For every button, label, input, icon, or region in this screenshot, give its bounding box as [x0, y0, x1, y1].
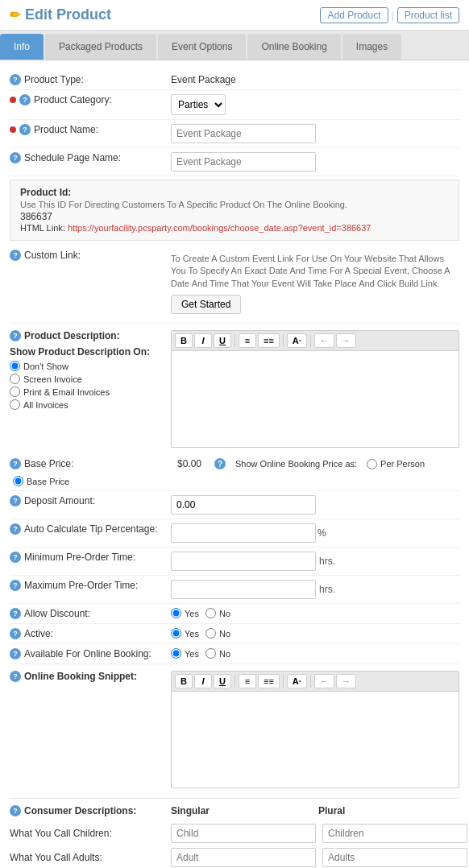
auto-tip-row: ? Auto Calculate Tip Percentage: %	[10, 519, 459, 548]
toolbar-font-color[interactable]: A·	[287, 333, 307, 348]
desc-toolbar: B I U ≡ ≡≡ A· ← →	[171, 330, 459, 351]
snippet-toolbar-undo[interactable]: ←	[314, 674, 334, 688]
toolbar-italic[interactable]: I	[194, 333, 212, 348]
snippet-toolbar-list1[interactable]: ≡	[239, 674, 256, 688]
allow-discount-label: ? Allow Discount:	[10, 608, 171, 619]
adults-plural-input[interactable]	[322, 848, 467, 867]
plural-col-header: Plural	[318, 805, 459, 816]
show-product-desc-label: Show Product Description On:	[10, 346, 171, 358]
schedule-page-name-control	[171, 152, 459, 172]
product-category-control: Parties	[171, 94, 459, 115]
allow-discount-row: ? Allow Discount: Yes No	[10, 604, 459, 624]
toolbar-bold[interactable]: B	[175, 333, 193, 348]
product-type-row: ? Product Type: Event Package	[10, 70, 459, 90]
page-header: ✏ Edit Product Add Product | Product lis…	[0, 0, 469, 31]
help-icon-schedule: ?	[10, 152, 21, 163]
available-no[interactable]: No	[205, 648, 230, 659]
help-icon: ?	[10, 74, 21, 85]
toolbar-list1[interactable]: ≡	[239, 333, 256, 348]
toolbar-redo[interactable]: →	[336, 333, 356, 348]
product-id-block: Product Id: Use This ID For Directing Cu…	[10, 180, 459, 241]
desc-editor-body[interactable]	[171, 351, 459, 448]
deposit-amount-input[interactable]	[171, 495, 316, 515]
allow-discount-yes[interactable]: Yes	[171, 608, 199, 618]
adults-row: What You Call Adults:	[10, 845, 459, 868]
tab-online-booking[interactable]: Online Booking	[247, 34, 340, 60]
toolbar-list2[interactable]: ≡≡	[258, 333, 280, 348]
snippet-toolbar-sep1	[234, 675, 235, 688]
toolbar-sep3	[310, 334, 311, 347]
html-link[interactable]: https://yourfacility.pcsparty.com/bookin…	[68, 223, 371, 233]
radio-base-price[interactable]: Base Price	[13, 476, 69, 486]
tab-packaged-products[interactable]: Packaged Products	[45, 34, 156, 60]
base-price-label: ? Base Price:	[10, 458, 171, 469]
allow-discount-control: Yes No	[171, 608, 459, 618]
product-category-label: ? Product Category:	[10, 94, 171, 105]
deposit-amount-label: ? Deposit Amount:	[10, 495, 171, 506]
required-dot-name	[10, 126, 16, 133]
radio-dont-show[interactable]: Don't Show	[10, 361, 171, 371]
header-links: Add Product | Product list	[320, 7, 459, 23]
custom-link-label: ? Custom Link:	[10, 248, 171, 261]
snippet-editor-body[interactable]	[171, 692, 459, 788]
divider: |	[392, 10, 394, 21]
product-category-select[interactable]: Parties	[171, 94, 226, 115]
children-plural-input[interactable]	[322, 824, 467, 843]
pct-unit: %	[318, 527, 326, 539]
allow-discount-no[interactable]: No	[205, 608, 230, 618]
product-name-input[interactable]	[171, 124, 316, 143]
base-price-row: ? Base Price: $0.00 ? Show Online Bookin…	[10, 454, 459, 491]
radio-per-person[interactable]: Per Person	[367, 459, 425, 469]
tab-info[interactable]: Info	[0, 34, 44, 60]
online-booking-snippet-label-col: ? Online Booking Snippet:	[10, 671, 171, 682]
radio-print-email[interactable]: Print & Email Invoices	[10, 386, 171, 397]
available-yes[interactable]: Yes	[171, 648, 199, 659]
available-online-row: ? Available For Online Booking: Yes No	[10, 644, 459, 664]
schedule-page-name-input[interactable]	[171, 152, 316, 172]
html-link-label: HTML Link:	[20, 223, 68, 233]
product-type-value: Event Package	[171, 74, 459, 85]
radio-all-invoices[interactable]: All Invoices	[10, 399, 171, 410]
product-list-link[interactable]: Product list	[397, 7, 459, 23]
snippet-toolbar-italic[interactable]: I	[194, 674, 212, 688]
help-icon-category: ?	[19, 94, 31, 105]
toolbar-undo[interactable]: ←	[314, 333, 334, 348]
product-name-label: ? Product Name:	[10, 124, 171, 135]
product-category-row: ? Product Category: Parties	[10, 90, 459, 120]
toolbar-underline[interactable]: U	[214, 333, 231, 348]
active-yes[interactable]: Yes	[171, 628, 199, 639]
adults-singular-input[interactable]	[171, 848, 316, 867]
snippet-toolbar-redo[interactable]: →	[336, 674, 356, 688]
snippet-toolbar-list2[interactable]: ≡≡	[258, 674, 280, 688]
product-id-desc: Use This ID For Directing Customers To A…	[20, 200, 449, 209]
product-name-row: ? Product Name:	[10, 120, 459, 148]
toolbar-sep1	[234, 334, 235, 347]
get-started-button[interactable]: Get Started	[171, 295, 241, 314]
active-label: ? Active:	[10, 628, 171, 639]
auto-tip-input[interactable]	[171, 523, 316, 543]
product-description-label-col: ? Product Description: Show Product Desc…	[10, 330, 171, 410]
snippet-toolbar-sep2	[283, 675, 284, 688]
product-id-html: HTML Link: https://yourfacility.pcsparty…	[20, 222, 449, 234]
children-singular-input[interactable]	[171, 824, 316, 843]
snippet-toolbar-font-color[interactable]: A·	[287, 674, 307, 688]
snippet-toolbar: B I U ≡ ≡≡ A· ← →	[171, 671, 459, 692]
tab-event-options[interactable]: Event Options	[158, 34, 246, 60]
radio-screen-invoice[interactable]: Screen Invoice	[10, 374, 171, 384]
hrs-unit-min: hrs.	[319, 556, 335, 567]
singular-col-header: Singular	[171, 805, 312, 816]
active-no[interactable]: No	[205, 628, 230, 639]
max-preorder-row: ? Maximum Pre-Order Time: hrs.	[10, 576, 459, 604]
min-preorder-input[interactable]	[171, 552, 316, 571]
consumer-header-row: ? Consumer Descriptions: Singular Plural	[10, 805, 459, 816]
schedule-page-name-row: ? Schedule Page Name:	[10, 148, 459, 176]
form-content: ? Product Type: Event Package ? Product …	[0, 60, 469, 868]
help-icon-desc: ? Product Description:	[10, 330, 171, 341]
snippet-toolbar-bold[interactable]: B	[175, 674, 193, 688]
tab-images[interactable]: Images	[342, 34, 401, 60]
add-product-link[interactable]: Add Product	[320, 7, 388, 23]
max-preorder-input[interactable]	[171, 580, 316, 599]
product-id-value: 386637	[20, 211, 449, 222]
snippet-toolbar-underline[interactable]: U	[214, 674, 231, 688]
page-title: ✏ Edit Product	[10, 6, 111, 23]
